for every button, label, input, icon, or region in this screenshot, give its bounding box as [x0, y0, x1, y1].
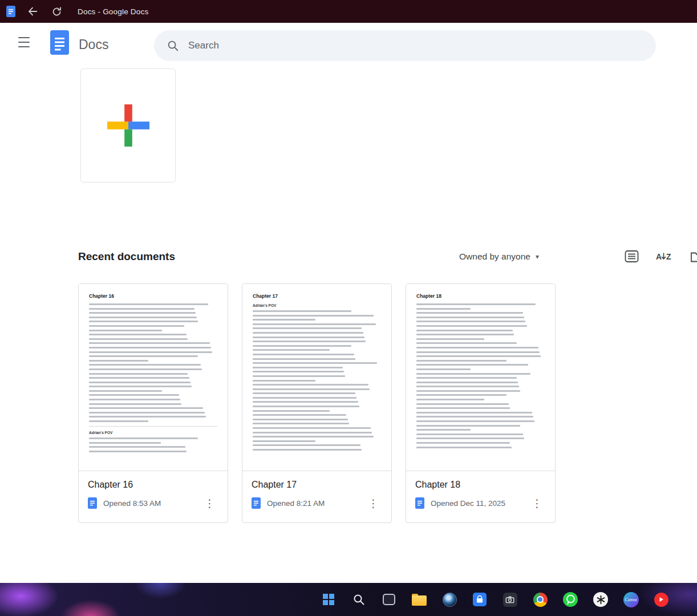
screen: Docs - Google Docs Docs Recent documents…: [0, 0, 697, 616]
more-options-icon[interactable]: ⋮: [528, 498, 546, 509]
opened-timestamp: Opened 8:53 AM: [103, 499, 161, 508]
svg-text:Z: Z: [666, 252, 671, 261]
refresh-icon[interactable]: [49, 4, 64, 19]
doc-title: Chapter 17: [252, 480, 382, 490]
camera-icon[interactable]: [499, 588, 521, 611]
doc-title: Chapter 18: [415, 480, 546, 490]
search-input[interactable]: [188, 40, 656, 51]
taskbar-icons: Canva: [317, 588, 672, 611]
list-view-icon[interactable]: [625, 250, 639, 263]
browser-titlebar: Docs - Google Docs: [0, 0, 697, 23]
chatgpt-icon[interactable]: [589, 588, 612, 611]
file-explorer-icon[interactable]: [408, 588, 431, 611]
window-title: Docs - Google Docs: [78, 7, 148, 16]
docs-logo-icon[interactable]: [50, 30, 69, 57]
doc-thumbnail: Chapter 16Adrian's POV: [79, 284, 228, 471]
doc-thumbnail: Chapter 17Adrian's POV: [242, 284, 391, 471]
docs-appbar: Docs: [0, 23, 697, 62]
whatsapp-icon[interactable]: [559, 588, 582, 611]
opened-timestamp: Opened 8:21 AM: [267, 499, 325, 508]
blank-document-card[interactable]: [80, 68, 176, 183]
task-view-window-icon[interactable]: [378, 588, 400, 611]
windows-start-icon[interactable]: [317, 588, 340, 611]
view-options: AZ: [625, 250, 697, 263]
chevron-down-icon: ▾: [536, 253, 539, 261]
multicolor-plus-icon: [107, 104, 149, 147]
doc-card-chapter-16[interactable]: Chapter 16Adrian's POV Chapter 16 Opened…: [78, 283, 228, 523]
doc-card-footer: Chapter 18 Opened Dec 11, 2025 ⋮: [406, 471, 555, 509]
docs-file-icon: [88, 497, 97, 509]
more-options-icon[interactable]: ⋮: [364, 498, 382, 509]
svg-text:A: A: [656, 252, 662, 261]
doc-card-footer: Chapter 17 Opened 8:21 AM ⋮: [242, 471, 391, 509]
back-arrow-icon[interactable]: [25, 4, 40, 19]
doc-card-footer: Chapter 16 Opened 8:53 AM ⋮: [79, 471, 228, 509]
doc-thumbnail: Chapter 18: [406, 284, 555, 471]
more-options-icon[interactable]: ⋮: [201, 498, 218, 509]
owned-by-filter[interactable]: Owned by anyone ▾: [459, 252, 539, 262]
recent-documents-title: Recent documents: [78, 250, 175, 263]
doc-card-chapter-18[interactable]: Chapter 18 Chapter 18 Opened Dec 11, 202…: [406, 283, 556, 523]
sort-az-icon[interactable]: AZ: [656, 250, 673, 263]
docs-favicon-icon: [6, 6, 16, 17]
doc-card-chapter-17[interactable]: Chapter 17Adrian's POV Chapter 17 Opened…: [242, 283, 392, 523]
desktop-taskbar: Canva: [0, 583, 697, 616]
chrome-icon[interactable]: [529, 588, 552, 611]
menu-icon[interactable]: [17, 37, 31, 48]
canva-icon[interactable]: Canva: [619, 588, 642, 611]
search-bar[interactable]: [154, 30, 656, 61]
youtube-icon[interactable]: [650, 588, 672, 611]
template-row: [0, 62, 697, 183]
search-icon: [167, 39, 179, 52]
docs-file-icon: [252, 497, 261, 509]
app-name[interactable]: Docs: [79, 37, 108, 52]
microsoft-store-icon[interactable]: [468, 588, 491, 611]
docs-file-icon: [415, 497, 424, 509]
recent-documents-grid: Chapter 16Adrian's POV Chapter 16 Opened…: [78, 283, 697, 523]
owned-by-filter-label: Owned by anyone: [459, 252, 530, 262]
opened-timestamp: Opened Dec 11, 2025: [431, 499, 505, 508]
camera-lens-app-icon[interactable]: [438, 588, 461, 611]
taskbar-search-icon[interactable]: [347, 588, 370, 611]
canva-label: Canva: [625, 597, 637, 602]
recent-documents-header: Recent documents Owned by anyone ▾ AZ: [78, 250, 697, 263]
doc-title: Chapter 16: [88, 480, 218, 490]
open-file-picker-folder-icon[interactable]: [690, 250, 697, 263]
